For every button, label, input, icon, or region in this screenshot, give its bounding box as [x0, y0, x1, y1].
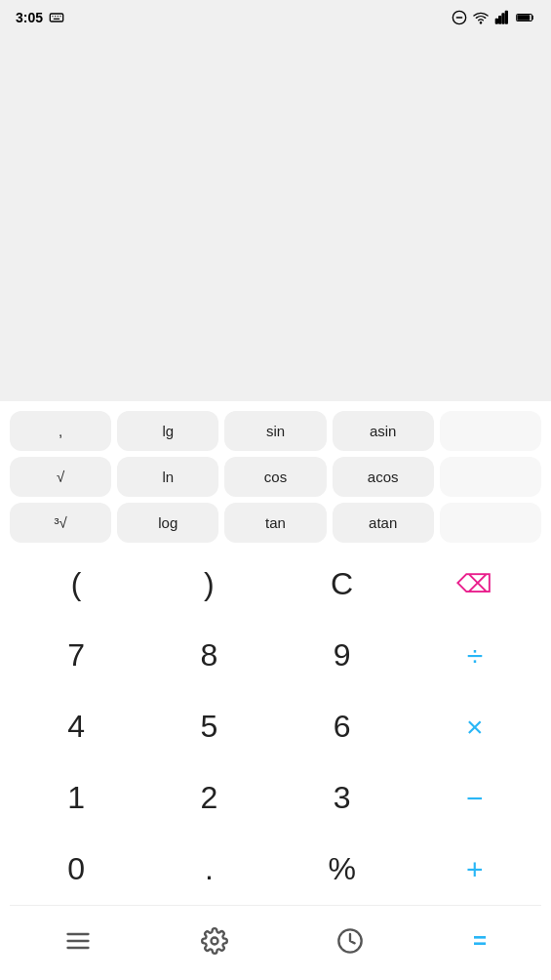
settings-button[interactable]: [195, 921, 234, 960]
minus-btn[interactable]: −: [409, 762, 541, 834]
atan-btn[interactable]: atan: [333, 503, 434, 543]
time-display: 3:05: [16, 10, 43, 25]
func-row: √lncosacos: [10, 457, 541, 497]
nine-btn[interactable]: 9: [276, 620, 409, 691]
ln-btn[interactable]: ln: [117, 457, 218, 497]
svg-point-19: [211, 938, 217, 945]
calc-body: ,lgsinasin√lncosacos³√logtanatan ()C⌫789…: [0, 401, 551, 980]
svg-rect-11: [502, 14, 504, 23]
cbrt-btn[interactable]: ³√: [10, 503, 111, 543]
rparen-btn[interactable]: ): [142, 549, 275, 620]
percent-btn[interactable]: %: [276, 834, 409, 905]
tan-btn[interactable]: tan: [224, 503, 326, 543]
acos-btn[interactable]: acos: [333, 457, 434, 497]
equals-icon: =: [473, 927, 487, 955]
func-row: ,lgsinasin: [10, 411, 541, 451]
empty1-btn: [440, 411, 541, 451]
equals-button[interactable]: =: [467, 921, 492, 960]
display-area: [0, 35, 551, 401]
signal-icon: [494, 10, 510, 25]
menu-button[interactable]: [59, 921, 98, 960]
seven-btn[interactable]: 7: [10, 620, 142, 691]
six-btn[interactable]: 6: [276, 691, 409, 762]
status-left: 3:05: [16, 10, 64, 25]
battery-icon: [516, 10, 535, 25]
svg-rect-12: [505, 11, 507, 23]
empty2-btn: [440, 457, 541, 497]
lparen-btn[interactable]: (: [10, 549, 142, 620]
zero-btn[interactable]: 0: [10, 834, 142, 905]
five-btn[interactable]: 5: [142, 691, 275, 762]
lg-btn[interactable]: lg: [117, 411, 218, 451]
log-btn[interactable]: log: [117, 503, 218, 543]
multiply-btn[interactable]: ×: [409, 691, 541, 762]
numpad: ()C⌫789÷456×123−0.%+: [10, 549, 541, 905]
history-button[interactable]: [331, 921, 370, 960]
wifi-icon: [473, 10, 489, 25]
clear-btn[interactable]: C: [276, 549, 409, 620]
empty3-btn: [440, 503, 541, 543]
four-btn[interactable]: 4: [10, 691, 142, 762]
dot-btn[interactable]: .: [142, 834, 275, 905]
status-bar: 3:05: [0, 0, 551, 35]
func-row: ³√logtanatan: [10, 503, 541, 543]
plus-btn[interactable]: +: [409, 834, 541, 905]
backspace-btn[interactable]: ⌫: [409, 549, 541, 620]
one-btn[interactable]: 1: [10, 762, 142, 834]
keyboard-icon: [49, 10, 64, 25]
svg-point-8: [480, 22, 481, 23]
svg-rect-14: [517, 15, 530, 20]
func-rows: ,lgsinasin√lncosacos³√logtanatan: [10, 411, 541, 543]
asin-btn[interactable]: asin: [333, 411, 434, 451]
gear-icon: [201, 927, 228, 955]
sqrt-btn[interactable]: √: [10, 457, 111, 497]
comma-btn[interactable]: ,: [10, 411, 111, 451]
history-icon: [336, 927, 364, 955]
svg-rect-10: [499, 17, 501, 23]
eight-btn[interactable]: 8: [142, 620, 275, 691]
dnd-icon: [452, 10, 467, 25]
cos-btn[interactable]: cos: [224, 457, 326, 497]
three-btn[interactable]: 3: [276, 762, 409, 834]
svg-rect-9: [495, 19, 497, 23]
divide-btn[interactable]: ÷: [409, 620, 541, 691]
sin-btn[interactable]: sin: [224, 411, 326, 451]
menu-icon: [64, 927, 92, 955]
svg-rect-0: [50, 14, 62, 21]
two-btn[interactable]: 2: [142, 762, 275, 834]
toolbar: =: [10, 905, 541, 980]
status-right: [452, 10, 535, 25]
